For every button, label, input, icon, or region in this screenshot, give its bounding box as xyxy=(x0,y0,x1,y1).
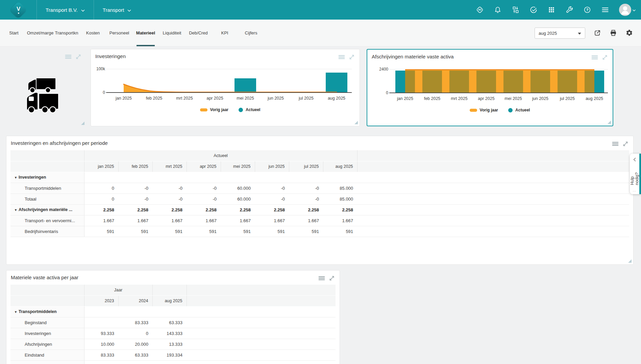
bar-feb-2025[interactable] xyxy=(422,71,442,93)
widget-menu-icon[interactable] xyxy=(318,275,325,281)
col-header: apr 2025 xyxy=(187,161,221,172)
resize-handle-icon[interactable] xyxy=(608,121,611,124)
logo-diamond-icon: V xyxy=(9,1,27,19)
menu-icon[interactable] xyxy=(601,6,609,14)
value-cell: 1.667 xyxy=(152,215,187,226)
col-header: jan 2025 xyxy=(84,161,118,172)
bar-aug-2025[interactable] xyxy=(585,71,604,93)
value-cell: 143.333 xyxy=(152,328,187,339)
bar-mei-2025[interactable] xyxy=(235,78,256,93)
filler-cell xyxy=(357,226,629,237)
reorder-tasks-icon[interactable] xyxy=(512,6,520,14)
expand-icon[interactable] xyxy=(622,141,629,147)
col-header: feb 2025 xyxy=(118,161,152,172)
chart-card-investeringen[interactable]: Investeringen 100k 0 jan 2025feb 2025mrt… xyxy=(91,49,360,126)
tab-liquiditeit[interactable]: Liquiditeit xyxy=(159,20,185,46)
chart-card-afschrijvingen[interactable]: Afschrijvingen materiele vaste activa 24… xyxy=(367,49,613,126)
period-select[interactable]: aug 2025 xyxy=(535,27,585,38)
bar-jun-2025[interactable] xyxy=(531,71,550,93)
widget-actions xyxy=(591,54,608,60)
widget-menu-icon[interactable] xyxy=(612,141,619,147)
bar-jul-2025[interactable] xyxy=(558,71,577,93)
value-cell: -0 xyxy=(255,193,289,204)
dashboard-selector[interactable]: Transport xyxy=(94,0,140,20)
trucks-illustration xyxy=(26,73,66,116)
table-row-afschrijvingen: Afschrijvingen10.00020.00013.333 xyxy=(10,339,336,349)
table-row-bedrijfsinventaris: ▾Bedrijfsinventaris xyxy=(10,360,336,364)
tab-cijfers[interactable]: Cijfers xyxy=(238,20,264,46)
table-row-transportmiddelen: Transportmiddelen0-0-0-060.000-0-085.000 xyxy=(10,183,629,193)
value-cell: 591 xyxy=(187,226,221,237)
value-cell xyxy=(152,360,187,364)
bar-aug-2025[interactable] xyxy=(326,73,348,93)
bar-mei-2025[interactable] xyxy=(503,71,523,93)
resize-handle-icon[interactable] xyxy=(81,122,84,125)
bar-jan-2025[interactable] xyxy=(395,71,415,93)
active-tab-underline xyxy=(137,45,155,46)
row-label-text: Transport- en vervoermi... xyxy=(25,218,75,223)
data-table: Actueeljan 2025feb 2025mrt 2025apr 2025m… xyxy=(10,150,629,237)
row-label[interactable]: ▾Transportmiddelen xyxy=(10,306,84,317)
y-axis-min-label: 0 xyxy=(386,90,388,95)
truck-image-widget xyxy=(6,49,86,127)
check-circle-icon[interactable] xyxy=(529,6,538,14)
tab-deb-cred[interactable]: Deb/Cred xyxy=(185,20,212,46)
bar-mrt-2025[interactable] xyxy=(449,71,469,93)
help-side-tab[interactable]: Hulp nodig? … xyxy=(630,154,641,194)
expand-icon[interactable] xyxy=(348,54,355,60)
expand-icon[interactable] xyxy=(328,275,335,281)
expand-icon[interactable] xyxy=(601,54,608,60)
legend-item-actueel[interactable]: Actueel xyxy=(508,108,530,112)
row-label[interactable]: ▾Bedrijfsinventaris xyxy=(10,360,84,364)
legend-item-actueel[interactable]: Actueel xyxy=(239,107,260,112)
tab-omzet-marge[interactable]: Omzet/marge xyxy=(27,20,53,46)
expand-icon[interactable] xyxy=(75,54,82,60)
bar-apr-2025[interactable] xyxy=(476,71,496,93)
value-cell xyxy=(84,360,118,364)
value-cell: 1.667 xyxy=(187,215,221,226)
print-icon[interactable] xyxy=(610,29,617,37)
nav-actions: aug 2025 xyxy=(535,27,633,38)
account-menu[interactable] xyxy=(619,4,636,16)
period-select-value: aug 2025 xyxy=(539,30,557,35)
tab-start[interactable]: Start xyxy=(1,20,27,46)
tab-transportkn[interactable]: Transportkn xyxy=(53,20,80,46)
row-label[interactable]: ▾Investeringen xyxy=(10,172,84,183)
widget-actions xyxy=(338,54,355,60)
widget-menu-icon[interactable] xyxy=(65,54,72,60)
product-badge-icon[interactable]: AO xyxy=(476,6,484,14)
value-cell: 2.258 xyxy=(221,204,255,215)
settings-gear-icon[interactable] xyxy=(625,29,633,37)
logo-dot xyxy=(18,12,19,14)
value-cell: 591 xyxy=(323,226,357,237)
resize-handle-icon[interactable] xyxy=(628,259,632,263)
value-cell: 1.667 xyxy=(289,215,323,226)
resize-handle-icon[interactable] xyxy=(354,121,358,124)
company-selector[interactable]: Transport B.V. xyxy=(36,0,94,20)
legend-item-vorig-jaar[interactable]: Vorig jaar xyxy=(200,107,228,112)
app-logo[interactable]: V xyxy=(0,0,36,20)
tab-label: Personeel xyxy=(109,30,129,35)
tab-personeel[interactable]: Personeel xyxy=(106,20,132,46)
x-axis-line xyxy=(389,93,608,93)
value-cell: 2.258 xyxy=(187,204,221,215)
value-cell xyxy=(152,306,187,317)
notifications-bell-icon[interactable] xyxy=(494,6,502,14)
value-cell: -0 xyxy=(289,183,323,193)
value-cell: -0 xyxy=(118,193,152,204)
widget-actions xyxy=(65,54,82,60)
apps-grid-icon[interactable] xyxy=(547,6,556,14)
row-label[interactable]: ▾Afschrijvingen materiële ... xyxy=(10,204,84,215)
widget-menu-icon[interactable] xyxy=(338,54,345,60)
help-circle-icon[interactable]: ? xyxy=(583,6,591,14)
tools-wrench-icon[interactable] xyxy=(565,6,573,14)
export-share-icon[interactable] xyxy=(594,29,601,37)
tab-label: Kosten xyxy=(86,30,100,35)
tab-kpi[interactable]: KPI xyxy=(212,20,238,46)
widget-menu-icon[interactable] xyxy=(591,54,598,60)
col-header: mrt 2025 xyxy=(152,161,187,172)
tab-kosten[interactable]: Kosten xyxy=(80,20,106,46)
x-tick-label: mrt 2025 xyxy=(446,96,473,101)
tab-materieel[interactable]: Materieel xyxy=(132,20,159,46)
legend-item-vorig-jaar[interactable]: Vorig jaar xyxy=(470,108,498,112)
